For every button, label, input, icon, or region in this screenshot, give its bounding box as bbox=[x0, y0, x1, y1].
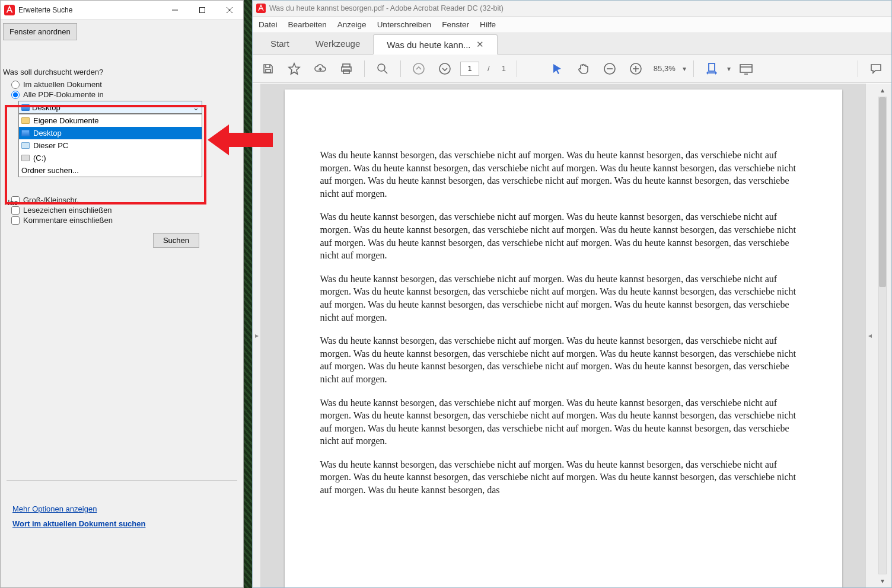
cloud-upload-icon[interactable] bbox=[310, 58, 331, 79]
svg-rect-7 bbox=[266, 69, 270, 72]
svg-line-13 bbox=[384, 71, 387, 74]
svg-marker-16 bbox=[553, 64, 561, 74]
search-scope-label: Was soll durchsucht werden? bbox=[3, 68, 241, 76]
checkbox-comments[interactable]: Kommentare einschließen bbox=[11, 216, 241, 225]
tab-close-icon[interactable]: ✕ bbox=[476, 39, 484, 50]
divider bbox=[7, 480, 237, 481]
fit-chevron-icon[interactable]: ▾ bbox=[727, 65, 731, 73]
paragraph: Was du heute kannst besorgen, das versch… bbox=[320, 397, 807, 448]
scroll-track[interactable] bbox=[878, 97, 887, 574]
maximize-button[interactable] bbox=[189, 1, 216, 20]
right-panel-toggle[interactable]: ◂ bbox=[865, 84, 874, 587]
read-mode-icon[interactable] bbox=[735, 58, 757, 79]
svg-rect-2 bbox=[200, 7, 205, 12]
tab-document[interactable]: Was du heute kann... ✕ bbox=[373, 34, 498, 55]
zoom-out-icon[interactable] bbox=[599, 58, 620, 79]
desktop-icon bbox=[21, 130, 30, 136]
radio-all-pdfs[interactable]: Alle PDF-Dokumente in bbox=[11, 90, 241, 99]
radio-current-document[interactable]: Im aktuellen Dokument bbox=[11, 80, 241, 89]
menu-view[interactable]: Anzeige bbox=[337, 20, 367, 29]
fit-width-icon[interactable] bbox=[701, 58, 722, 79]
link-more-options[interactable]: Mehr Optionen anzeigen bbox=[12, 504, 145, 513]
select-tool-icon[interactable] bbox=[547, 58, 568, 79]
find-icon[interactable] bbox=[372, 58, 393, 79]
tab-document-label: Was du heute kann... bbox=[387, 40, 470, 50]
combo-item-documents[interactable]: Eigene Dokumente bbox=[19, 114, 202, 127]
paragraph: Was du heute kannst besorgen, das versch… bbox=[320, 210, 807, 261]
svg-rect-11 bbox=[343, 70, 349, 74]
page-up-icon[interactable] bbox=[408, 58, 429, 79]
combo-item-this-pc[interactable]: Dieser PC bbox=[19, 139, 202, 152]
checkbox-case-sensitive[interactable]: Groß-/Kleinschr. bbox=[11, 196, 241, 204]
link-find-in-document[interactable]: Wort im aktuellen Dokument suchen bbox=[12, 519, 145, 528]
print-icon[interactable] bbox=[336, 58, 357, 79]
svg-rect-24 bbox=[740, 65, 752, 72]
checkbox-label: Kommentare einschließen bbox=[23, 216, 113, 225]
page-separator: / bbox=[488, 64, 490, 73]
close-button[interactable] bbox=[216, 1, 243, 20]
search-window: Erweiterte Suche Fenster anordnen Was so… bbox=[0, 0, 244, 588]
tabbar: Start Werkzeuge Was du heute kann... ✕ bbox=[253, 33, 891, 55]
desktop-icon bbox=[21, 104, 30, 111]
pc-icon bbox=[21, 142, 30, 149]
checkbox-label: Lesezeichen einschließen bbox=[23, 206, 112, 215]
toolbar: / 1 85,3% ▾ ▾ bbox=[253, 55, 891, 83]
svg-point-12 bbox=[378, 64, 385, 71]
hidden-label-fragment: Nac bbox=[4, 198, 18, 207]
folder-icon bbox=[21, 117, 30, 124]
combo-item-label: Dieser PC bbox=[33, 141, 68, 150]
page-total: 1 bbox=[502, 64, 506, 73]
menu-help[interactable]: Hilfe bbox=[480, 20, 496, 29]
menu-window[interactable]: Fenster bbox=[442, 20, 469, 29]
combobox-value: Desktop bbox=[32, 103, 60, 112]
menu-sign[interactable]: Unterschreiben bbox=[377, 20, 432, 29]
zoom-chevron-icon[interactable]: ▾ bbox=[683, 65, 686, 73]
svg-marker-8 bbox=[289, 63, 300, 74]
arrange-windows-button[interactable]: Fenster anordnen bbox=[3, 23, 77, 40]
zoom-in-icon[interactable] bbox=[625, 58, 646, 79]
document-viewport[interactable]: Was du heute kannst besorgen, das versch… bbox=[261, 84, 865, 587]
svg-point-14 bbox=[413, 63, 424, 74]
search-button[interactable]: Suchen bbox=[153, 233, 199, 248]
star-icon[interactable] bbox=[283, 58, 305, 79]
menu-edit[interactable]: Bearbeiten bbox=[288, 20, 327, 29]
scroll-up-icon[interactable]: ▴ bbox=[874, 84, 891, 97]
menu-file[interactable]: Datei bbox=[259, 20, 278, 29]
combo-item-label: Ordner suchen... bbox=[21, 166, 79, 175]
scroll-thumb[interactable] bbox=[879, 97, 886, 287]
vertical-scrollbar[interactable]: ▴ ▾ bbox=[874, 84, 891, 587]
svg-rect-22 bbox=[709, 63, 715, 71]
pdf-page: Was du heute kannst besorgen, das versch… bbox=[285, 90, 842, 587]
drive-icon bbox=[21, 155, 30, 161]
comment-icon[interactable] bbox=[865, 58, 887, 79]
checkbox-label: Groß-/Kleinschr. bbox=[23, 196, 79, 204]
minimize-button[interactable] bbox=[161, 1, 189, 20]
paragraph: Was du heute kannst besorgen, das versch… bbox=[320, 458, 807, 497]
tab-tools[interactable]: Werkzeuge bbox=[302, 33, 374, 54]
combo-item-browse[interactable]: Ordner suchen... bbox=[19, 164, 202, 177]
scroll-down-icon[interactable]: ▾ bbox=[874, 574, 891, 587]
combo-item-drive-c[interactable]: (C:) bbox=[19, 152, 202, 164]
hand-tool-icon[interactable] bbox=[573, 58, 594, 79]
chevron-down-icon: ⌄ bbox=[193, 103, 199, 112]
acrobat-title: Was du heute kannst besorgen.pdf - Adobe… bbox=[269, 4, 504, 12]
save-icon[interactable] bbox=[257, 58, 279, 79]
combobox-display[interactable]: Desktop ⌄ bbox=[18, 101, 202, 114]
acrobat-window: Was du heute kannst besorgen.pdf - Adobe… bbox=[252, 0, 892, 588]
acrobat-icon bbox=[4, 5, 15, 15]
svg-point-15 bbox=[439, 63, 450, 74]
zoom-value[interactable]: 85,3% bbox=[654, 64, 676, 73]
search-title: Erweiterte Suche bbox=[18, 6, 72, 14]
left-panel-toggle[interactable]: ▸ bbox=[253, 84, 261, 587]
combo-item-label: Desktop bbox=[33, 129, 62, 138]
page-number-input[interactable] bbox=[460, 62, 479, 76]
page-down-icon[interactable] bbox=[434, 58, 455, 79]
combo-item-desktop[interactable]: Desktop bbox=[19, 127, 202, 139]
checkbox-bookmarks[interactable]: Lesezeichen einschließen bbox=[11, 206, 241, 215]
location-combobox[interactable]: Desktop ⌄ Eigene Dokumente Desktop Diese… bbox=[18, 101, 202, 114]
acrobat-icon bbox=[256, 4, 266, 13]
radio-current-label: Im aktuellen Dokument bbox=[23, 80, 102, 89]
tab-start[interactable]: Start bbox=[257, 33, 302, 54]
combobox-dropdown: Eigene Dokumente Desktop Dieser PC (C:) … bbox=[18, 114, 202, 177]
paragraph: Was du heute kannst besorgen, das versch… bbox=[320, 149, 807, 200]
